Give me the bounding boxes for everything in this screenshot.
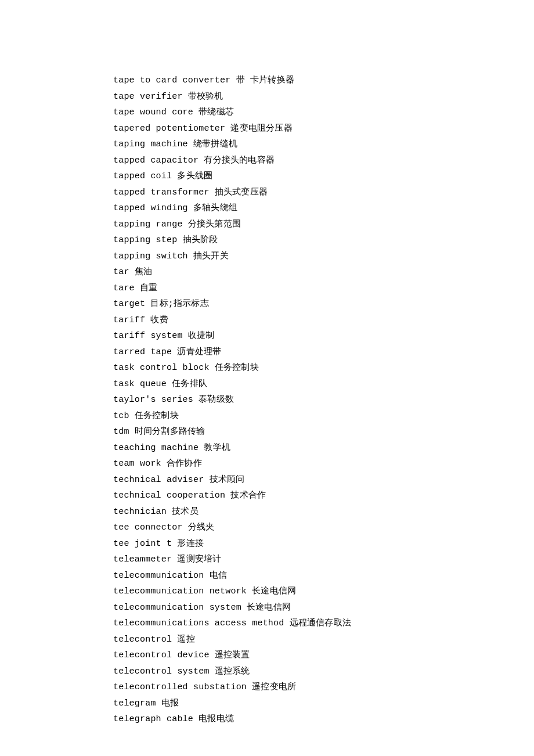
glossary-entry: telecommunication 电信	[113, 568, 534, 584]
glossary-entry: teaching machine 教学机	[113, 440, 534, 456]
glossary-entry: tapped winding 多轴头绕组	[113, 200, 534, 217]
glossary-entry: technical cooperation 技术合作	[113, 488, 534, 504]
glossary-entry: tapping range 分接头第范围	[113, 217, 534, 233]
glossary-entry: tape to card converter 带 卡片转换器	[113, 73, 534, 89]
glossary-entry: tapping step 抽头阶段	[113, 232, 534, 249]
glossary-entry: taping machine 绕带拼缝机	[113, 136, 534, 153]
glossary-entry: telecommunications access method 远程通信存取法	[113, 615, 534, 632]
glossary-entry: tare 自重	[113, 280, 534, 297]
glossary-entry: telecommunication system 长途电信网	[113, 600, 534, 616]
glossary-entry: tee connector 分线夹	[113, 520, 534, 536]
glossary-entry: target 目标;指示标志	[113, 296, 534, 312]
glossary-entry: telecontrol device 遥控装置	[113, 647, 534, 664]
glossary-list: tape to card converter 带 卡片转换器tape verif…	[113, 73, 534, 728]
glossary-entry: tcb 任务控制块	[113, 408, 534, 424]
glossary-entry: tape verifier 带校验机	[113, 89, 534, 105]
glossary-entry: tariff system 收捷制	[113, 328, 534, 344]
glossary-entry: tape wound core 带绕磁芯	[113, 105, 534, 121]
glossary-entry: task control block 任务控制块	[113, 360, 534, 376]
glossary-entry: tarred tape 沥青处理带	[113, 344, 534, 361]
glossary-entry: tapered potentiometer 递变电阻分压器	[113, 121, 534, 137]
glossary-entry: telecommunication network 长途电信网	[113, 584, 534, 600]
glossary-entry: taylor's series 泰勒级数	[113, 392, 534, 408]
glossary-entry: tee joint t 形连接	[113, 536, 534, 552]
glossary-entry: teleammeter 遥测安培计	[113, 552, 534, 568]
glossary-entry: telegraph cable 电报电缆	[113, 711, 534, 728]
glossary-page: tape to card converter 带 卡片转换器tape verif…	[0, 0, 534, 728]
glossary-entry: tapping switch 抽头开关	[113, 249, 534, 265]
glossary-entry: technician 技术员	[113, 504, 534, 520]
glossary-entry: task queue 任务排队	[113, 376, 534, 393]
glossary-entry: tapped capacitor 有分接头的电容器	[113, 153, 534, 169]
glossary-entry: tariff 收费	[113, 312, 534, 329]
glossary-entry: tapped transformer 抽头式变压器	[113, 185, 534, 201]
glossary-entry: tdm 时间分割多路传输	[113, 424, 534, 440]
glossary-entry: tapped coil 多头线圈	[113, 168, 534, 185]
glossary-entry: technical adviser 技术顾问	[113, 472, 534, 488]
glossary-entry: telegram 电报	[113, 696, 534, 712]
glossary-entry: tar 焦油	[113, 264, 534, 280]
glossary-entry: telecontrol 遥控	[113, 632, 534, 648]
glossary-entry: telecontrolled substation 遥控变电所	[113, 679, 534, 696]
glossary-entry: telecontrol system 遥控系统	[113, 664, 534, 680]
glossary-entry: team work 合作协作	[113, 456, 534, 472]
